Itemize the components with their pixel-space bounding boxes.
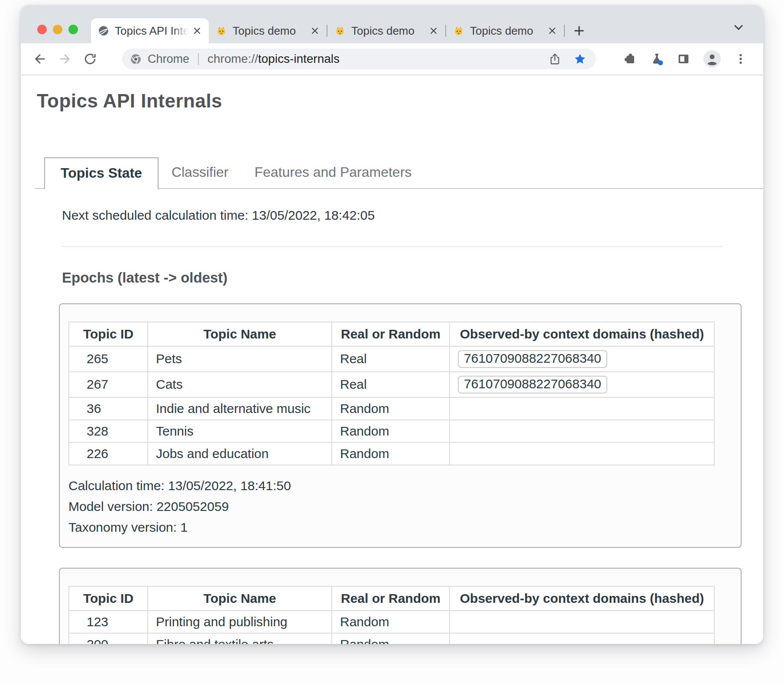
cat-icon (216, 25, 227, 36)
calculation-time: Calculation time: 13/05/2022, 18:41:50 (68, 478, 735, 493)
col-topic-id: Topic ID (69, 322, 148, 346)
tab-search-button[interactable] (732, 21, 745, 34)
browser-tab-topics-internals[interactable]: Topics API Internals (91, 18, 209, 43)
url-scheme: chrome:// (207, 52, 258, 65)
cell-observed-domains (450, 611, 714, 633)
browser-toolbar: Chrome chrome://topics-internals (21, 43, 763, 75)
cat-icon (334, 25, 346, 36)
desktop-background: Topics API Internals Topics demo (0, 0, 784, 683)
col-real-or-random: Real or Random (332, 586, 450, 611)
cell-observed-domains (450, 397, 714, 420)
page-content: Topics API Internals Topics State Classi… (21, 75, 763, 644)
minimize-window-button[interactable] (53, 25, 62, 34)
close-tab-icon[interactable] (547, 25, 558, 36)
col-topic-name: Topic Name (148, 322, 332, 346)
cell-real-or-random: Random (332, 442, 450, 465)
cell-real-or-random: Random (332, 633, 450, 644)
close-window-button[interactable] (37, 25, 47, 34)
reload-button[interactable] (83, 52, 98, 66)
table-row: 123 Printing and publishing Random (69, 611, 714, 633)
epoch-table: Topic ID Topic Name Real or Random Obser… (68, 322, 715, 465)
back-icon (33, 52, 47, 66)
share-button[interactable] (548, 52, 561, 65)
cell-topic-name: Jobs and education (148, 442, 332, 465)
new-tab-button[interactable] (573, 23, 587, 38)
close-tab-icon[interactable] (428, 25, 439, 36)
internals-globe-icon (98, 25, 109, 36)
window-controls (37, 25, 78, 34)
profile-button[interactable] (703, 50, 721, 68)
table-header-row: Topic ID Topic Name Real or Random Obser… (69, 322, 714, 346)
tab-topics-state[interactable]: Topics State (44, 157, 159, 189)
cell-topic-name: Printing and publishing (148, 611, 332, 633)
cell-topic-name: Tennis (148, 420, 332, 442)
tab-title: Topics demo (233, 24, 306, 38)
cell-observed-domains: 7610709088227068340 (450, 372, 714, 397)
side-panel-button[interactable] (677, 52, 690, 66)
col-real-or-random: Real or Random (332, 322, 450, 346)
tab-features-and-parameters[interactable]: Features and Parameters (241, 157, 424, 188)
labs-button[interactable] (650, 52, 664, 66)
cell-topic-name: Indie and alternative music (148, 397, 332, 420)
cell-topic-id: 200 (69, 633, 148, 644)
tab-separator (564, 25, 565, 37)
tab-classifier[interactable]: Classifier (159, 157, 242, 188)
labs-flask-icon (650, 52, 664, 66)
model-version: Model version: 2205052059 (68, 499, 735, 514)
omnibox-actions (548, 52, 586, 65)
topics-state-panel: Next scheduled calculation time: 13/05/2… (21, 208, 763, 644)
col-topic-id: Topic ID (69, 586, 148, 611)
table-header-row: Topic ID Topic Name Real or Random Obser… (69, 586, 714, 611)
epoch-card: Topic ID Topic Name Real or Random Obser… (59, 568, 742, 644)
col-observed-by: Observed-by context domains (hashed) (450, 586, 714, 611)
new-tab-plus-icon (573, 24, 586, 37)
bookmark-star-icon (573, 52, 586, 65)
table-row: 267 Cats Real 7610709088227068340 (69, 372, 714, 397)
close-tab-icon[interactable] (191, 25, 203, 36)
close-tab-icon[interactable] (309, 25, 321, 36)
cell-real-or-random: Real (332, 346, 450, 372)
browser-tab-topics-demo-1[interactable]: Topics demo (209, 18, 327, 43)
address-bar[interactable]: Chrome chrome://topics-internals (122, 49, 596, 69)
extensions-puzzle-icon (623, 52, 637, 66)
reload-icon (83, 52, 97, 66)
cell-topic-id: 265 (69, 346, 148, 372)
epoch-meta: Calculation time: 13/05/2022, 18:41:50 M… (65, 478, 735, 535)
epoch-table: Topic ID Topic Name Real or Random Obser… (68, 586, 715, 644)
browser-tab-topics-demo-3[interactable]: Topics demo (446, 18, 564, 43)
page-tab-bar: Topics State Classifier Features and Par… (35, 157, 763, 189)
col-observed-by: Observed-by context domains (hashed) (450, 322, 714, 346)
tab-title: Topics API Internals (115, 24, 188, 38)
table-row: 226 Jobs and education Random (69, 442, 714, 465)
cell-observed-domains: 7610709088227068340 (450, 346, 714, 372)
url-host: topics-internals (258, 52, 340, 65)
table-row: 200 Fibre and textile arts Random (69, 633, 714, 644)
browser-tab-strip: Topics API Internals Topics demo (21, 5, 763, 43)
cell-real-or-random: Real (332, 372, 450, 397)
tabs-container: Topics API Internals Topics demo (91, 5, 587, 43)
url-text: chrome://topics-internals (207, 52, 340, 66)
cell-topic-name: Cats (148, 372, 332, 397)
side-panel-icon (677, 52, 690, 66)
menu-button[interactable] (734, 52, 748, 66)
forward-button[interactable] (58, 52, 73, 66)
table-row: 36 Indie and alternative music Random (69, 397, 714, 420)
cell-topic-name: Pets (148, 346, 332, 372)
zoom-window-button[interactable] (68, 25, 78, 34)
chrome-logo-icon (130, 53, 142, 65)
cell-topic-id: 36 (69, 397, 148, 420)
taxonomy-version: Taxonomy version: 1 (68, 520, 735, 535)
omnibox-separator (198, 53, 199, 65)
browser-tab-topics-demo-2[interactable]: Topics demo (327, 18, 445, 43)
cell-real-or-random: Random (332, 397, 450, 420)
col-topic-name: Topic Name (148, 586, 332, 611)
cat-icon (453, 25, 464, 36)
chevron-down-icon (732, 21, 745, 34)
epochs-heading: Epochs (latest -> oldest) (62, 270, 763, 286)
back-button[interactable] (33, 52, 48, 66)
next-calculation-time: Next scheduled calculation time: 13/05/2… (62, 208, 763, 223)
tab-title: Topics demo (470, 24, 543, 38)
bookmark-button[interactable] (573, 52, 586, 65)
hashed-domain-chip: 7610709088227068340 (458, 350, 607, 368)
extensions-button[interactable] (623, 52, 637, 66)
